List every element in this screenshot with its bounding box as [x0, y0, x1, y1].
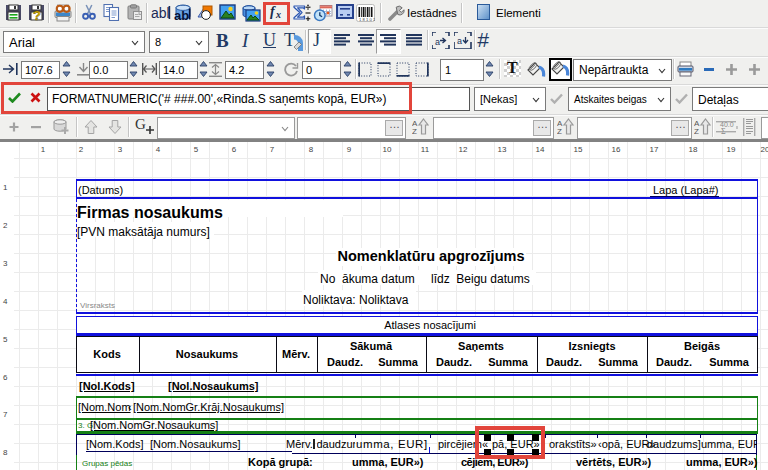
svg-text:1 8 1 0 1: 1 8 1 0 1 [359, 17, 375, 22]
svg-text:Σ: Σ [721, 127, 726, 136]
svg-text:Z: Z [557, 127, 562, 135]
svg-text:abl: abl [151, 5, 170, 21]
svg-text:?: ? [33, 8, 41, 21]
svg-text:a: a [457, 36, 462, 46]
svg-text:ab: ab [174, 8, 189, 22]
svg-text:Z: Z [694, 127, 699, 135]
svg-text:x: x [275, 9, 281, 20]
svg-text:a: a [435, 37, 440, 47]
svg-text:Z: Z [412, 127, 417, 135]
